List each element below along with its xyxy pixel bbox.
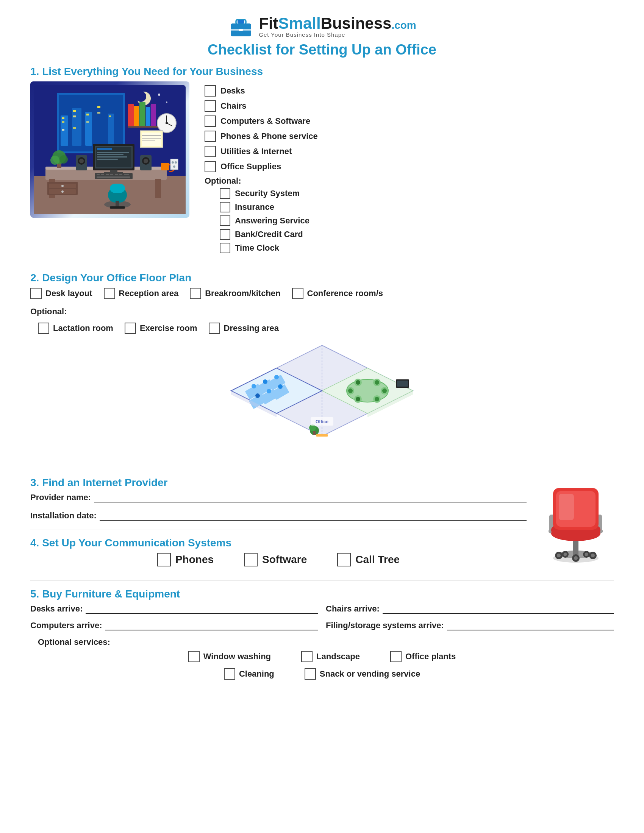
comm-item-calltree: Call Tree [337,553,400,566]
svg-rect-54 [106,174,109,175]
checkbox-exercise[interactable] [125,323,136,334]
svg-rect-22 [86,121,89,123]
checkbox-breakroom[interactable] [190,288,201,299]
section5: 5. Buy Furniture & Equipment Desks arriv… [30,588,614,680]
svg-rect-15 [62,117,64,119]
checkbox-comm-phones[interactable] [157,553,171,566]
checkbox-desk-layout[interactable] [30,288,42,299]
label-answering: Answering Service [235,216,309,226]
arrive-row-1: Desks arrive: Chairs arrive: [30,604,614,614]
provider-label: Provider name: [30,493,91,502]
label-desks: Desks [221,86,245,96]
checkbox-utilities[interactable] [204,146,216,157]
label-exercise: Exercise room [140,323,197,333]
checkbox-window[interactable] [188,651,200,662]
checklist-item-desks: Desks [204,85,614,96]
svg-rect-18 [73,110,76,112]
svg-point-150 [591,553,595,557]
svg-rect-13 [96,104,104,146]
label-snack: Snack or vending service [320,669,420,679]
section1-heading: 1. List Everything You Need for Your Bus… [30,66,614,78]
desks-arrive-underline [85,604,318,614]
svg-rect-21 [86,114,89,116]
section3-4-wrapper: 3. Find an Internet Provider Provider na… [30,469,614,574]
svg-point-122 [375,380,379,385]
comm-item-phones: Phones [157,553,214,566]
checkbox-bank[interactable] [220,229,230,240]
svg-point-107 [263,380,267,384]
section2: 2. Design Your Office Floor Plan Desk la… [30,272,614,455]
svg-rect-35 [155,179,161,198]
svg-rect-137 [573,539,578,555]
checkbox-supplies[interactable] [204,161,216,172]
provider-form-line: Provider name: [30,493,526,502]
svg-rect-56 [115,174,118,175]
label-timeclock: Time Clock [235,243,279,253]
svg-point-108 [274,375,279,380]
section3: 3. Find an Internet Provider Provider na… [30,477,526,521]
svg-point-70 [143,159,148,163]
checkbox-answering[interactable] [220,215,230,226]
svg-point-106 [251,384,256,389]
checkbox-cleaning[interactable] [224,668,235,680]
label-cleaning: Cleaning [239,669,274,679]
svg-point-121 [356,380,360,385]
svg-rect-49 [110,170,118,172]
checklist-item-phones: Phones & Phone service [204,130,614,142]
checkbox-phones[interactable] [204,130,216,142]
optional-item-answering: Answering Service [220,215,614,226]
optional-services-label: Optional services: [38,637,614,647]
checkbox-comm-software[interactable] [244,553,258,566]
checkbox-landscape[interactable] [301,651,312,662]
floor-item-lactation: Lactation room [38,323,113,334]
checkbox-snack[interactable] [304,668,316,680]
checklist-item-chairs: Chairs [204,100,614,112]
svg-rect-129 [313,431,316,435]
section1: 1. List Everything You Need for Your Bus… [30,66,614,256]
label-phones: Phones & Phone service [221,131,318,141]
label-computers: Computers & Software [221,116,310,126]
services-row-2: Cleaning Snack or vending service [30,668,614,680]
svg-point-123 [356,397,360,401]
logo-subtitle: Get Your Business Into Shape [259,31,416,38]
checkbox-insurance[interactable] [220,202,230,212]
computers-arrive-underline [105,621,318,630]
svg-rect-58 [124,174,129,175]
optional-items-1: Security System Insurance Answering Serv… [220,188,614,253]
floor-item-dressing: Dressing area [209,323,279,334]
checkbox-chairs[interactable] [204,100,216,112]
checkbox-lactation[interactable] [38,323,49,334]
checkbox-security[interactable] [220,188,230,199]
arrive-item-computers: Computers arrive: [30,621,318,630]
checkbox-desks[interactable] [204,85,216,96]
svg-point-124 [375,397,379,401]
label-reception: Reception area [119,288,179,298]
optional-row-2: Optional: [30,304,614,319]
checkbox-computers[interactable] [204,116,216,127]
optional-label-2: Optional: [30,307,67,317]
svg-rect-75 [151,104,156,127]
label-security: Security System [235,188,299,198]
svg-point-67 [79,159,84,163]
checkbox-conference[interactable] [292,288,303,299]
optional-item-security: Security System [220,188,614,199]
checkbox-reception[interactable] [104,288,115,299]
desks-arrive-label: Desks arrive: [30,604,82,614]
svg-rect-20 [73,127,76,129]
section3-heading: 3. Find an Internet Provider [30,477,526,489]
checkbox-dressing[interactable] [209,323,220,334]
label-conference: Conference room/s [307,288,383,298]
svg-rect-25 [109,116,111,117]
svg-rect-64 [110,206,125,209]
checkbox-comm-calltree[interactable] [337,553,351,566]
svg-point-28 [158,93,160,96]
svg-point-111 [278,384,283,389]
checkbox-plants[interactable] [390,651,402,662]
checkbox-timeclock[interactable] [220,243,230,253]
checklist-item-supplies: Office Supplies [204,161,614,172]
service-item-landscape: Landscape [301,651,360,662]
logo-business: Business [321,14,392,32]
section3-4-left: 3. Find an Internet Provider Provider na… [30,469,526,574]
svg-point-79 [50,156,60,165]
svg-rect-4 [238,20,244,24]
